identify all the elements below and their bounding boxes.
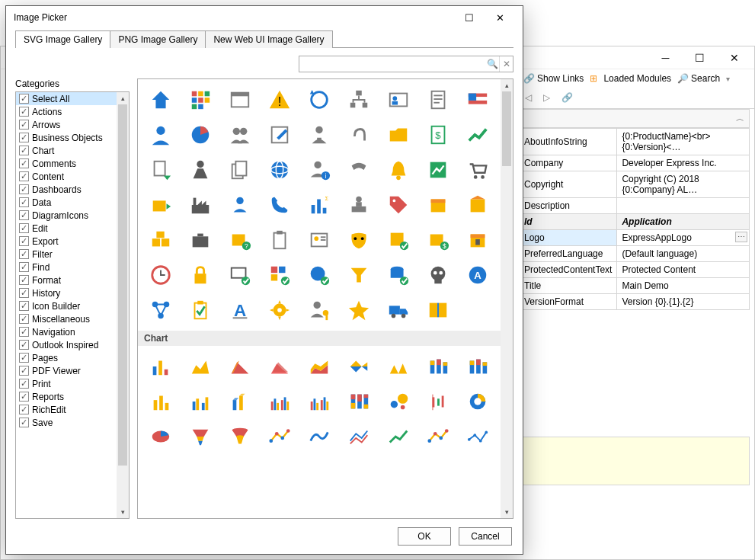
bars-grouped-b-icon[interactable] — [301, 386, 338, 418]
bell-icon[interactable] — [380, 154, 417, 186]
dialog-maximize-button[interactable]: ☐ — [454, 7, 485, 28]
prop-row[interactable]: CompanyDeveloper Express Inc. — [520, 155, 750, 171]
bars-colored-icon[interactable] — [142, 350, 179, 382]
checkbox-icon[interactable]: ✓ — [19, 120, 29, 130]
users-icon[interactable] — [222, 119, 258, 151]
line-multi-icon[interactable] — [341, 421, 377, 453]
attachment-icon[interactable] — [341, 119, 377, 151]
globe-icon[interactable] — [261, 154, 298, 186]
truck-icon[interactable] — [380, 294, 417, 326]
user-icon[interactable] — [142, 119, 179, 151]
doc-copy-icon[interactable] — [222, 154, 258, 186]
prop-value[interactable]: ExpressAppLogo⋯ — [617, 230, 750, 246]
dialog-titlebar[interactable]: Image Picker ☐ ✕ — [6, 6, 523, 29]
linked-icon[interactable]: 🔗 — [561, 92, 574, 104]
category-item[interactable]: ✓Miscellaneous — [16, 312, 117, 325]
prop-row-selected[interactable]: LogoExpressAppLogo⋯ — [520, 230, 750, 246]
checkbox-icon[interactable]: ✓ — [19, 340, 29, 350]
user-info-icon[interactable]: i — [301, 154, 338, 186]
chart-up-icon[interactable] — [420, 154, 456, 186]
history-circle-icon[interactable] — [301, 84, 338, 116]
org-chart-icon[interactable] — [341, 84, 377, 116]
prop-row[interactable]: CopyrightCopyright (C) 2018 {0:Company} … — [520, 171, 750, 198]
category-item[interactable]: ✓Business Objects — [16, 131, 117, 144]
folder-open-icon[interactable] — [380, 119, 417, 151]
lock-icon[interactable] — [182, 259, 219, 291]
doc-arrow-icon[interactable] — [142, 154, 179, 186]
dialog-close-button[interactable]: ✕ — [485, 7, 515, 28]
loaded-modules-button[interactable]: ⊞ Loaded Modules — [590, 73, 671, 84]
money-box-icon[interactable]: $ — [420, 224, 456, 256]
line-dots-b-icon[interactable] — [420, 421, 456, 453]
category-item[interactable]: ✓History — [16, 286, 117, 299]
package-icon[interactable] — [420, 189, 456, 221]
clipboard-ok-icon[interactable] — [182, 294, 219, 326]
briefcase-icon[interactable] — [182, 224, 219, 256]
scroll-down-arrow[interactable]: ▾ — [501, 506, 513, 518]
tab-png-gallery[interactable]: PNG Image Gallery — [110, 30, 206, 48]
category-item[interactable]: ✓PDF Viewer — [16, 364, 117, 377]
category-item[interactable]: ✓Reports — [16, 390, 117, 403]
id-card-icon[interactable] — [380, 84, 417, 116]
user-group-icon[interactable] — [222, 189, 258, 221]
area-stack-icon[interactable] — [301, 350, 338, 382]
tiles-ok-icon[interactable] — [261, 259, 298, 291]
filter-icon[interactable] — [341, 259, 377, 291]
checkbox-icon[interactable]: ✓ — [19, 94, 29, 104]
category-item[interactable]: ✓Data — [16, 196, 117, 209]
checkbox-icon[interactable]: ✓ — [19, 288, 29, 298]
tab-svg-gallery[interactable]: SVG Image Gallery — [15, 30, 110, 48]
ellipsis-button[interactable]: ⋯ — [735, 232, 747, 242]
scroll-down-arrow[interactable]: ▾ — [117, 506, 129, 518]
apps-grid-icon[interactable] — [182, 84, 219, 116]
checkbox-icon[interactable]: ✓ — [19, 146, 29, 155]
ok-button[interactable]: OK — [398, 527, 451, 546]
checkbox-icon[interactable]: ✓ — [19, 392, 29, 402]
document-icon[interactable] — [420, 84, 456, 116]
db-ok-icon[interactable] — [380, 259, 417, 291]
compose-icon[interactable] — [261, 119, 298, 151]
nav-fwd-icon[interactable]: ▷ — [543, 92, 555, 104]
star-icon[interactable] — [341, 294, 377, 326]
checkbox-icon[interactable]: ✓ — [19, 133, 29, 142]
gear-icon[interactable] — [261, 294, 298, 326]
category-item[interactable]: ✓Export — [16, 235, 117, 248]
home-icon[interactable] — [142, 84, 179, 116]
category-item[interactable]: ✓Print — [16, 377, 117, 390]
area-gap-icon[interactable] — [380, 350, 417, 382]
checkbox-icon[interactable]: ✓ — [19, 327, 29, 337]
text-a-icon[interactable]: A — [222, 294, 258, 326]
category-item[interactable]: ✓RichEdit — [16, 403, 117, 416]
category-item[interactable]: ✓Save — [16, 416, 117, 429]
category-item[interactable]: ✓Dashboards — [16, 183, 117, 196]
show-links-button[interactable]: 🔗 Show Links — [523, 73, 584, 84]
scroll-up-arrow[interactable]: ▴ — [117, 92, 129, 104]
clipboard-icon[interactable] — [261, 224, 298, 256]
box-help-icon[interactable]: ? — [222, 224, 258, 256]
pie-chart-icon[interactable] — [182, 119, 219, 151]
category-item[interactable]: ✓Select All — [16, 92, 117, 105]
area3d-red-icon[interactable] — [222, 350, 258, 382]
phone-icon[interactable] — [261, 189, 298, 221]
manager-icon[interactable] — [301, 119, 338, 151]
tab-new-webui-gallery[interactable]: New Web UI Image Gallery — [205, 30, 332, 48]
gallery-scrollbar[interactable]: ▴ ▾ — [501, 79, 513, 518]
category-item[interactable]: ✓Chart — [16, 144, 117, 157]
checkbox-icon[interactable]: ✓ — [19, 275, 29, 285]
checkbox-icon[interactable]: ✓ — [19, 107, 29, 117]
box-arrow-icon[interactable] — [142, 189, 179, 221]
checkbox-icon[interactable]: ✓ — [19, 171, 29, 181]
area-split-icon[interactable] — [341, 350, 377, 382]
category-item[interactable]: ✓Comments — [16, 157, 117, 170]
bars-grouped-a-icon[interactable] — [261, 386, 298, 418]
clock-icon[interactable] — [142, 259, 179, 291]
trend-up-icon[interactable] — [459, 119, 496, 151]
user-suit-icon[interactable] — [182, 154, 219, 186]
search-input[interactable] — [299, 56, 485, 72]
flag-usa-icon[interactable] — [459, 84, 496, 116]
category-item[interactable]: ✓Pages — [16, 351, 117, 364]
bg-search-button[interactable]: 🔎 Search — [677, 73, 720, 84]
clear-search-icon[interactable]: ✕ — [499, 56, 513, 72]
category-item[interactable]: ✓Edit — [16, 222, 117, 235]
bar-stacked-b-icon[interactable] — [459, 350, 496, 382]
